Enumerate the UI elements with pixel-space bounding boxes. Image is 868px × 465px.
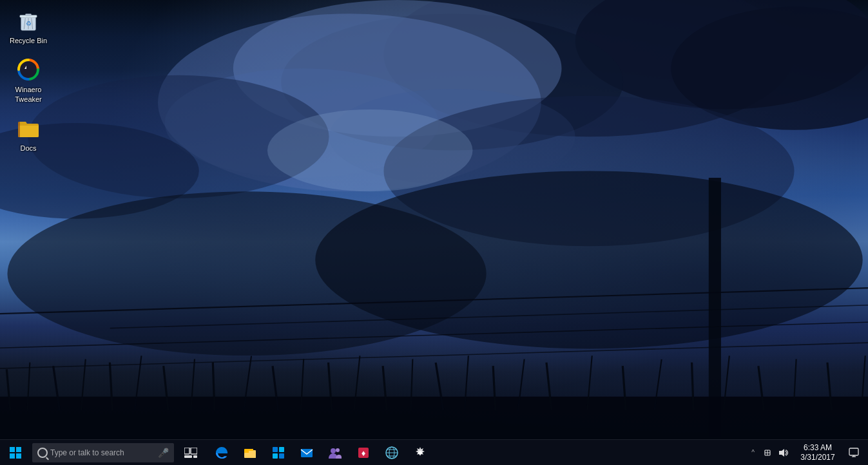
wallpaper-background xyxy=(0,0,868,465)
tray-icons-group xyxy=(757,446,793,459)
pinned-apps: ♦ xyxy=(207,440,434,466)
svg-rect-59 xyxy=(18,122,20,137)
svg-marker-90 xyxy=(779,449,784,457)
svg-rect-66 xyxy=(184,455,192,458)
svg-rect-75 xyxy=(279,453,284,459)
pinned-edge[interactable] xyxy=(207,440,236,466)
action-center-button[interactable] xyxy=(842,440,865,466)
docs-label: Docs xyxy=(20,144,36,153)
winaero-image xyxy=(15,57,41,82)
svg-rect-71 xyxy=(249,449,253,451)
pinned-solitaire[interactable]: ♦ xyxy=(349,440,378,466)
svg-rect-62 xyxy=(10,453,15,459)
svg-rect-65 xyxy=(191,448,197,454)
search-bar[interactable]: Type or talk to search 🎤 xyxy=(32,443,174,462)
svg-rect-76 xyxy=(301,449,313,457)
pinned-people[interactable] xyxy=(321,440,349,466)
search-placeholder-text: Type or talk to search xyxy=(50,448,155,457)
svg-text:♻: ♻ xyxy=(26,20,32,27)
svg-rect-70 xyxy=(249,450,256,458)
docs-image xyxy=(15,115,41,141)
start-button[interactable] xyxy=(0,440,31,466)
pinned-explorer[interactable] xyxy=(236,440,264,466)
svg-rect-91 xyxy=(849,448,858,455)
svg-rect-63 xyxy=(16,453,21,459)
system-tray: ^ xyxy=(749,440,868,466)
tray-network-icon[interactable] xyxy=(761,446,774,459)
svg-rect-72 xyxy=(273,447,278,452)
pinned-mail[interactable] xyxy=(293,440,321,466)
svg-point-78 xyxy=(336,448,340,452)
svg-rect-73 xyxy=(279,447,284,452)
svg-text:♦: ♦ xyxy=(362,448,366,458)
svg-rect-61 xyxy=(16,447,21,452)
svg-rect-64 xyxy=(184,448,189,454)
clock-widget[interactable]: 6:33 AM 3/31/2017 xyxy=(793,440,842,466)
svg-rect-67 xyxy=(193,455,197,458)
recycle-bin-label: Recycle Bin xyxy=(10,36,47,45)
tray-volume-icon[interactable] xyxy=(776,446,789,459)
recycle-bin-icon[interactable]: ♻ Recycle Bin xyxy=(5,5,52,48)
svg-rect-52 xyxy=(25,14,32,16)
pinned-network[interactable] xyxy=(378,440,406,466)
winaero-tweaker-icon[interactable]: Winaero Tweaker xyxy=(5,54,52,106)
svg-rect-60 xyxy=(10,447,15,452)
pinned-store[interactable] xyxy=(264,440,293,466)
tray-expand-button[interactable]: ^ xyxy=(749,449,757,456)
clock-date: 3/31/2017 xyxy=(800,453,834,462)
pinned-settings[interactable] xyxy=(406,440,434,466)
clock-time: 6:33 AM xyxy=(804,443,832,452)
winaero-label: Winaero Tweaker xyxy=(15,85,42,104)
desktop-icons: ♻ Recycle Bin Winaero xyxy=(5,5,52,155)
desktop: ♻ Recycle Bin Winaero xyxy=(0,0,868,465)
wallpaper xyxy=(0,0,868,465)
search-icon xyxy=(37,448,48,458)
taskbar: Type or talk to search 🎤 xyxy=(0,439,868,465)
task-view-button[interactable] xyxy=(177,440,205,466)
recycle-bin-image: ♻ xyxy=(15,8,41,33)
microphone-icon[interactable]: 🎤 xyxy=(158,448,169,458)
docs-icon[interactable]: Docs xyxy=(5,113,52,155)
svg-rect-74 xyxy=(273,453,278,459)
svg-point-77 xyxy=(331,448,336,453)
